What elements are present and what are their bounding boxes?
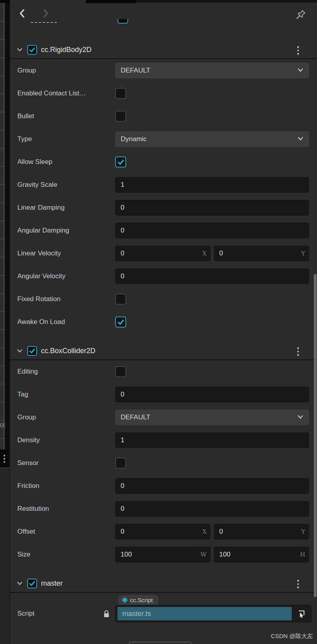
prop-row-enabled-contact: Enabled Contact List…: [10, 82, 317, 105]
forward-button[interactable]: [39, 7, 52, 19]
inactive-tab-sliver[interactable]: [136, 0, 317, 3]
prop-label: Friction: [17, 482, 115, 490]
gravity-scale-input[interactable]: [115, 181, 309, 189]
prop-label: Linear Damping: [17, 204, 115, 212]
prop-row-friction: Friction: [10, 475, 317, 497]
dropdown-value: DEFAULT: [121, 67, 150, 74]
prop-row-density: Density: [10, 429, 317, 452]
gravity-scale-field: [115, 177, 309, 193]
friction-input[interactable]: [115, 482, 309, 490]
component-header-rigidbody2d[interactable]: cc.RigidBody2D: [10, 41, 317, 58]
prop-label: Sensor: [17, 459, 115, 467]
prop-row-linear-velocity: Linear Velocity X Y: [10, 242, 317, 265]
prop-label: Offset: [17, 528, 115, 536]
restitution-input[interactable]: [115, 505, 309, 513]
active-tab-sliver[interactable]: [10, 0, 86, 3]
bullet-checkbox[interactable]: [115, 111, 126, 122]
sensor-checkbox[interactable]: [115, 458, 126, 469]
angular-damping-field: [115, 223, 309, 238]
density-field: [115, 432, 309, 448]
prop-label: Script: [17, 610, 34, 618]
prop-row-group2: Group DEFAULT: [10, 406, 317, 429]
prop-label: Awake On Load: [17, 318, 115, 326]
chevron-down-icon: [296, 66, 304, 76]
group-dropdown[interactable]: DEFAULT: [115, 409, 309, 425]
prop-row-bullet: Bullet: [10, 105, 317, 128]
component-title: master: [41, 579, 63, 588]
collapse-chevron-icon[interactable]: [15, 579, 24, 588]
component-enabled-checkbox[interactable]: [27, 45, 37, 55]
clipped-row: [10, 20, 317, 29]
background-ruler-strip: [0, 3, 5, 449]
tag-field: [115, 387, 309, 402]
script-diamond-icon: [122, 597, 128, 603]
density-input[interactable]: [115, 436, 309, 444]
fixed-rotation-checkbox[interactable]: [115, 294, 126, 305]
back-button[interactable]: [16, 7, 29, 19]
component-enabled-checkbox[interactable]: [27, 346, 37, 356]
prop-row-tag: Tag: [10, 383, 317, 406]
linear-velocity-x-input[interactable]: [115, 249, 211, 257]
collapse-chevron-icon[interactable]: [15, 346, 24, 355]
script-asset-value[interactable]: master.ts: [117, 607, 292, 620]
collapse-chevron-icon[interactable]: [15, 45, 24, 54]
prop-label: Allow Sleep: [17, 158, 115, 166]
offset-x-input[interactable]: [115, 528, 211, 536]
prop-row-linear-damping: Linear Damping: [10, 196, 317, 219]
type-dropdown[interactable]: Dynamic: [115, 131, 309, 147]
size-h-field: H: [214, 547, 309, 562]
tag-input[interactable]: [115, 391, 309, 398]
prop-row-size: Size W H: [10, 543, 317, 566]
linear-damping-field: [115, 200, 309, 216]
enabled-contact-checkbox[interactable]: [115, 88, 126, 99]
component-header-master[interactable]: master: [10, 575, 317, 592]
prop-label: Angular Velocity: [17, 272, 115, 280]
allow-sleep-checkbox[interactable]: [115, 156, 126, 168]
editing-checkbox[interactable]: [115, 366, 126, 377]
prop-row-awake-on-load: Awake On Load: [10, 311, 317, 333]
script-asset-field[interactable]: master.ts: [115, 605, 311, 622]
prop-label: Tag: [17, 391, 115, 398]
inspector-panel: cc.RigidBody2D Group DEFAULT Enabled Con…: [10, 3, 317, 644]
clipped-checkbox[interactable]: [117, 19, 128, 24]
prop-label: Editing: [17, 368, 115, 376]
size-w-input[interactable]: [115, 551, 211, 558]
tab-bar: [0, 0, 317, 3]
asset-picker-button[interactable]: [293, 607, 309, 620]
divider: [10, 592, 317, 593]
linear-damping-input[interactable]: [115, 204, 309, 212]
prop-label: Density: [17, 436, 115, 444]
component-header-boxcollider2d[interactable]: cc.BoxCollider2D: [10, 342, 317, 359]
prop-label: Group: [17, 67, 115, 74]
prop-row-angular-damping: Angular Damping: [10, 219, 317, 242]
prop-row-sensor: Sensor: [10, 452, 317, 475]
kebab-menu-icon[interactable]: [296, 346, 300, 357]
angular-damping-input[interactable]: [115, 227, 309, 235]
linear-velocity-y-input[interactable]: [214, 249, 309, 257]
asset-type-tag: cc.Script: [118, 595, 158, 605]
clipped-label-sliver: [31, 22, 57, 23]
scrollbar[interactable]: [314, 274, 317, 597]
size-h-input[interactable]: [214, 551, 309, 558]
background-panel-edge: [0, 467, 9, 644]
awake-on-load-checkbox[interactable]: [115, 316, 126, 328]
history-nav-row: [10, 3, 317, 20]
group-dropdown[interactable]: DEFAULT: [115, 63, 309, 78]
prop-label: Enabled Contact List…: [17, 89, 115, 97]
drag-handle-icon[interactable]: [0, 450, 9, 467]
angular-velocity-input[interactable]: [115, 272, 309, 280]
prop-label: Gravity Scale: [17, 181, 115, 189]
kebab-menu-icon[interactable]: [296, 579, 300, 589]
prop-row-script: Script cc.Script master.ts: [10, 595, 317, 622]
friction-field: [115, 478, 309, 494]
offset-y-input[interactable]: [214, 528, 309, 536]
kebab-menu-icon[interactable]: [296, 45, 300, 56]
prop-row-fixed-rotation: Fixed Rotation: [10, 288, 317, 311]
prop-label: Angular Damping: [17, 227, 115, 235]
prop-row-group: Group DEFAULT: [10, 59, 317, 82]
prop-label: Fixed Rotation: [17, 295, 115, 303]
prop-label: Linear Velocity: [17, 249, 115, 257]
component-enabled-checkbox[interactable]: [27, 579, 37, 588]
chevron-left-icon: [19, 9, 26, 18]
dropdown-value: DEFAULT: [121, 413, 150, 421]
